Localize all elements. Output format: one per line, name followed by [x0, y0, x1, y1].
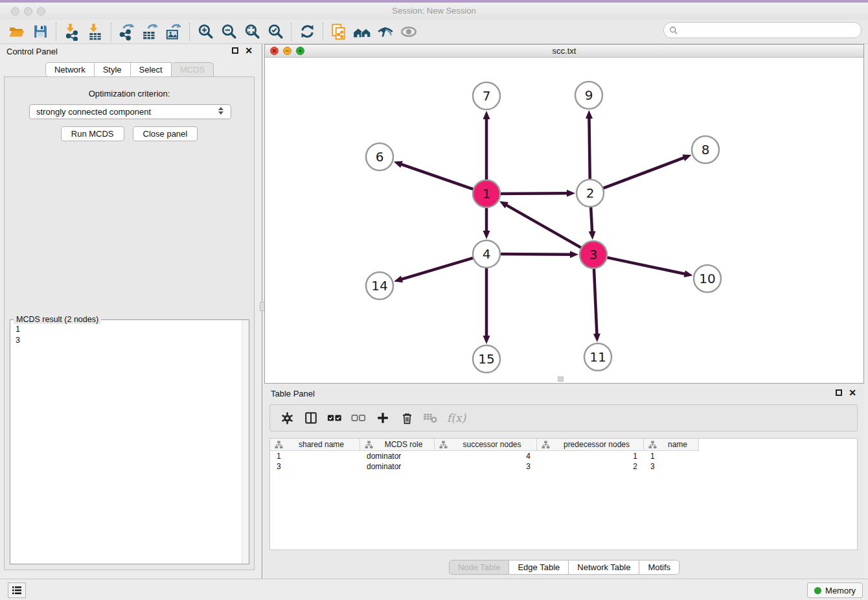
table-cell[interactable]: dominator	[360, 452, 435, 461]
graph-edge-2-9[interactable]	[589, 117, 589, 181]
column-header-MCDS-role[interactable]: MCDS role	[360, 439, 435, 450]
table-tab-motifs[interactable]: Motifs	[639, 560, 680, 575]
toolbar-divider	[111, 23, 111, 41]
select-all-columns-icon[interactable]	[325, 408, 345, 428]
zoom-selected-icon[interactable]	[264, 21, 287, 42]
graph-edge-1-2[interactable]	[499, 193, 568, 194]
unselect-all-columns-icon[interactable]	[348, 408, 369, 428]
add-column-icon[interactable]	[372, 408, 393, 428]
save-session-icon[interactable]	[29, 21, 52, 42]
graph-arrowhead-2-3	[589, 231, 596, 240]
zoom-out-icon[interactable]	[217, 21, 240, 42]
tab-select[interactable]: Select	[131, 62, 172, 77]
column-header-successor-nodes[interactable]: successor nodes	[435, 439, 537, 450]
graph-edge-3-11[interactable]	[594, 267, 597, 335]
panel-splitter[interactable]	[259, 44, 264, 579]
table-tabs: Node TableEdge TableNetwork TableMotifs	[264, 560, 864, 575]
table-cell[interactable]: 3	[644, 462, 699, 471]
table-row[interactable]: 1dominator411	[270, 451, 857, 461]
table-cell[interactable]: 1	[270, 452, 360, 461]
mcds-result-item: 3	[16, 335, 244, 346]
toggle-column-panel-icon[interactable]	[301, 408, 321, 428]
table-cell[interactable]: 4	[435, 452, 537, 461]
zoom-in-icon[interactable]	[194, 21, 217, 42]
memory-label: Memory	[825, 586, 856, 595]
export-image-icon[interactable]	[162, 21, 185, 42]
mcds-result-list[interactable]: 13	[10, 320, 249, 350]
network-canvas[interactable]: 7968124314101511	[265, 57, 863, 383]
table-cell[interactable]: dominator	[360, 462, 435, 471]
graph-arrowhead-2-9	[586, 110, 593, 119]
graph-node-label-15: 15	[478, 351, 494, 367]
column-header-name[interactable]: name	[644, 439, 699, 450]
graph-edge-3-1[interactable]	[506, 205, 583, 249]
graph-node-label-11: 11	[589, 349, 606, 365]
close-table-panel-icon[interactable]: ✕	[849, 389, 856, 396]
table-cell[interactable]: 1	[537, 452, 644, 461]
toolbar-divider	[291, 23, 291, 41]
function-builder-icon: f(x)	[444, 411, 466, 424]
graph-edge-1-6[interactable]	[400, 164, 475, 190]
criterion-selected-value: strongly connected component	[36, 107, 151, 117]
graph-edge-2-3[interactable]	[591, 205, 592, 233]
graph-node-label-9: 9	[585, 87, 593, 103]
import-network-icon[interactable]	[60, 21, 84, 42]
graph-edge-4-14[interactable]	[401, 257, 475, 279]
show-graphics-details-icon[interactable]	[397, 21, 420, 42]
tab-network[interactable]: Network	[45, 62, 95, 77]
node-table[interactable]: shared nameMCDS rolesuccessor nodesprede…	[269, 438, 858, 550]
open-session-icon[interactable]	[5, 21, 29, 42]
network-resize-handle[interactable]	[558, 376, 564, 382]
export-table-icon[interactable]	[139, 21, 162, 42]
close-panel-button[interactable]: Close panel	[133, 126, 198, 141]
table-cell[interactable]: 1	[644, 452, 699, 461]
table-header-row: shared nameMCDS rolesuccessor nodesprede…	[270, 439, 699, 451]
task-history-button[interactable]	[8, 583, 26, 598]
column-hierarchy-icon	[365, 441, 373, 449]
toolbar-divider	[189, 23, 190, 41]
tab-style[interactable]: Style	[95, 62, 131, 77]
column-header-predecessor-nodes[interactable]: predecessor nodes	[537, 439, 644, 450]
table-tab-edge-table[interactable]: Edge Table	[509, 560, 569, 575]
table-toolbar: f(x)	[269, 404, 858, 432]
graph-edge-2-8[interactable]	[602, 157, 685, 189]
hide-graphics-details-icon[interactable]	[374, 21, 397, 42]
table-row[interactable]: 3dominator323	[270, 461, 857, 472]
clone-network-icon[interactable]	[327, 21, 350, 42]
mcds-tab-content: Optimization criterion: strongly connect…	[4, 76, 255, 570]
table-cell[interactable]: 3	[435, 462, 537, 471]
table-settings-gear-icon[interactable]	[277, 408, 297, 428]
graph-arrowhead-1-7	[483, 111, 490, 119]
column-header-shared-name[interactable]: shared name	[270, 439, 360, 450]
network-view-window: ✕ − + scc.txt 7968124314101511	[264, 44, 864, 384]
run-mcds-button[interactable]: Run MCDS	[61, 126, 124, 141]
criterion-select[interactable]: strongly connected component	[29, 104, 231, 119]
window-title: Session: New Session	[0, 6, 868, 16]
import-table-icon[interactable]	[84, 21, 107, 42]
float-panel-icon[interactable]	[232, 47, 238, 54]
show-all-networks-icon[interactable]	[350, 21, 374, 42]
search-input[interactable]	[678, 25, 856, 36]
mcds-result-group: MCDS result (2 nodes) 13	[10, 319, 249, 564]
table-cell[interactable]: 3	[270, 462, 360, 471]
optimization-criterion-label: Optimization criterion:	[5, 89, 254, 98]
apply-layout-icon[interactable]	[295, 21, 319, 42]
table-tab-network-table[interactable]: Network Table	[569, 560, 639, 575]
table-cell[interactable]: 2	[537, 462, 644, 471]
graph-node-label-2: 2	[586, 185, 595, 201]
table-tab-node-table[interactable]: Node Table	[449, 560, 510, 575]
memory-button[interactable]: Memory	[807, 583, 863, 598]
float-table-panel-icon[interactable]	[836, 389, 842, 396]
result-scrollbar[interactable]	[242, 320, 249, 564]
column-hierarchy-icon	[439, 441, 448, 449]
graph-arrowhead-4-3	[570, 251, 578, 258]
graph-node-label-7: 7	[483, 88, 491, 104]
graph-edge-4-3[interactable]	[499, 254, 571, 255]
delete-column-trash-icon[interactable]	[396, 408, 417, 428]
export-network-icon[interactable]	[115, 21, 139, 42]
tab-mcds[interactable]: MCDS	[172, 62, 214, 77]
zoom-fit-icon[interactable]	[240, 21, 264, 42]
table-body: 1dominator4113dominator323	[270, 451, 857, 472]
close-panel-icon[interactable]: ✕	[245, 47, 253, 54]
graph-edge-3-10[interactable]	[606, 257, 686, 274]
